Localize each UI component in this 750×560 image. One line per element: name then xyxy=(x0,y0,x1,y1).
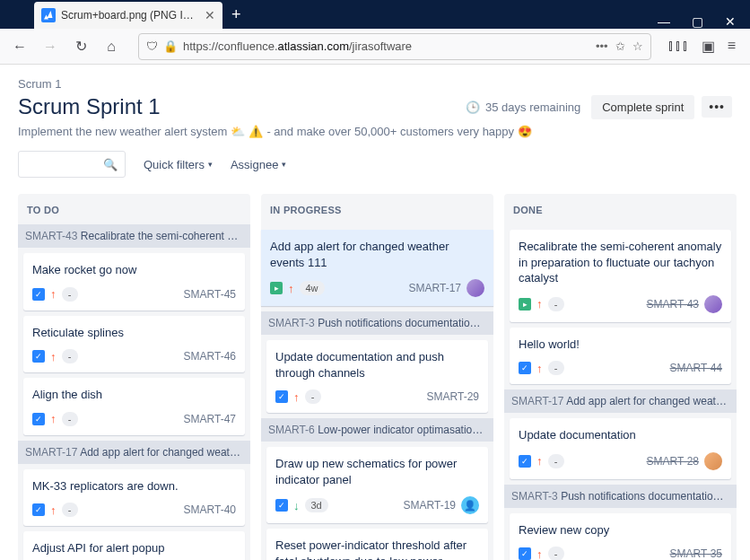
priority-low-icon: ↓ xyxy=(293,499,300,512)
issue-card[interactable]: Make rocket go now ✓↑-SMART-45 xyxy=(23,253,245,311)
browser-tab[interactable]: Scrum+board.png (PNG Image ✕ xyxy=(34,2,222,29)
task-type-icon: ✓ xyxy=(519,547,531,560)
priority-high-icon: ↑ xyxy=(288,282,294,295)
issue-key: SMART-40 xyxy=(184,503,236,516)
issue-key: SMART-19 xyxy=(404,499,456,512)
column-done: DONE Recalibrate the semi-coherent anoma… xyxy=(504,194,737,560)
quick-filters-dropdown[interactable]: Quick filters▾ xyxy=(144,158,213,171)
page-actions-icon[interactable]: ••• xyxy=(596,39,608,53)
complete-sprint-button[interactable]: Complete sprint xyxy=(591,95,694,119)
more-actions-button[interactable]: ••• xyxy=(702,96,732,118)
lock-icon: 🔒 xyxy=(163,39,178,53)
issue-key: SMART-45 xyxy=(184,288,236,301)
issue-card[interactable]: Recalibrate the semi-coherent anomaly in… xyxy=(510,230,731,322)
swimlane-header[interactable]: SMART-6 Low-power indicator optimasation… xyxy=(261,418,493,442)
days-remaining: 🕒35 days remaining xyxy=(466,101,580,114)
card-title: Make rocket go now xyxy=(32,262,236,278)
assignee-dropdown[interactable]: Assignee▾ xyxy=(231,158,286,171)
card-title: Update documentation xyxy=(519,427,722,443)
estimate-badge: - xyxy=(305,389,321,404)
breadcrumb[interactable]: Scrum 1 xyxy=(18,77,732,91)
task-type-icon: ✓ xyxy=(32,413,45,425)
swimlane-header[interactable]: SMART-17 Add app alert for changed weath… xyxy=(18,441,250,464)
priority-high-icon: ↑ xyxy=(536,547,543,560)
atlassian-logo-icon xyxy=(41,8,56,22)
column-header: TO DO xyxy=(18,194,250,224)
estimate-badge: - xyxy=(62,412,78,426)
card-title: Reset power-indicator threshold after fa… xyxy=(275,538,479,560)
maximize-button[interactable]: ▢ xyxy=(692,14,703,29)
column-header: DONE xyxy=(504,194,737,224)
issue-card[interactable]: MK-33 replicators are down. ✓↑-SMART-40 xyxy=(23,469,245,527)
clock-icon: 🕒 xyxy=(466,101,480,114)
task-type-icon: ✓ xyxy=(32,350,45,363)
issue-key: SMART-17 xyxy=(409,282,461,294)
menu-icon[interactable]: ≡ xyxy=(728,38,736,55)
issue-card[interactable]: Hello world! ✓↑-SMART-44 xyxy=(510,328,731,385)
issue-key: SMART-29 xyxy=(427,390,479,403)
browser-toolbar: ← → ↻ ⌂ 🛡 🔒 https://confluence.atlassian… xyxy=(0,29,750,65)
card-title: Hello world! xyxy=(519,337,722,353)
story-type-icon: ▸ xyxy=(270,282,283,294)
card-title: Recalibrate the semi-coherent anomaly in… xyxy=(519,239,722,286)
back-button[interactable]: ← xyxy=(9,36,31,57)
warning-icon: ⚠️ xyxy=(249,125,263,138)
tab-close-icon[interactable]: ✕ xyxy=(205,8,215,22)
url-bar[interactable]: 🛡 🔒 https://confluence.atlassian.com/jir… xyxy=(138,33,651,60)
pocket-icon[interactable]: ☆ xyxy=(632,39,643,53)
issue-key: SMART-47 xyxy=(184,413,236,425)
issue-key: SMART-46 xyxy=(184,350,236,363)
page-content: Scrum 1 Scrum Sprint 1 🕒35 days remainin… xyxy=(0,65,750,560)
card-title: MK-33 replicators are down. xyxy=(32,478,236,494)
estimate-badge: - xyxy=(548,297,564,311)
bookmark-icon[interactable]: ✩ xyxy=(615,39,625,53)
column-in-progress: IN PROGRESS Add app alert for changed we… xyxy=(261,194,493,560)
search-input[interactable]: 🔍 xyxy=(18,151,126,178)
card-title: Reticulate splines xyxy=(32,325,236,341)
issue-card[interactable]: Update documentation and push through ch… xyxy=(266,340,488,413)
task-type-icon: ✓ xyxy=(275,499,288,512)
issue-card[interactable]: Reset power-indicator threshold after fa… xyxy=(266,529,488,560)
forward-button[interactable]: → xyxy=(39,36,61,57)
page-title: Scrum Sprint 1 xyxy=(18,94,466,119)
new-tab-button[interactable]: + xyxy=(222,5,250,24)
issue-key: SMART-43 xyxy=(647,298,699,311)
issue-card[interactable]: Add app alert for changed weather events… xyxy=(261,230,493,306)
close-button[interactable]: ✕ xyxy=(725,14,736,29)
swimlane-header[interactable]: SMART-17 Add app alert for changed weath… xyxy=(504,389,737,413)
issue-card[interactable]: Adjust API for alert popup ✓↑-SMART-39 xyxy=(23,531,245,560)
swimlane-header[interactable]: SMART-3 Push notifications documentation… xyxy=(261,311,493,335)
minimize-button[interactable]: — xyxy=(658,14,670,29)
priority-high-icon: ↑ xyxy=(50,412,57,425)
issue-key: SMART-28 xyxy=(647,455,699,468)
chevron-down-icon: ▾ xyxy=(282,160,286,169)
estimate-badge: - xyxy=(548,547,564,560)
home-button[interactable]: ⌂ xyxy=(100,36,122,57)
browser-titlebar: Scrum+board.png (PNG Image ✕ + — ▢ ✕ xyxy=(0,0,750,29)
priority-high-icon: ↑ xyxy=(536,454,543,468)
reload-button[interactable]: ↻ xyxy=(70,36,92,57)
assignee-avatar xyxy=(704,295,722,313)
card-title: Draw up new schematics for power indicat… xyxy=(275,456,479,487)
task-type-icon: ✓ xyxy=(519,455,531,468)
issue-card[interactable]: Update documentation ✓↑-SMART-28 xyxy=(510,418,731,479)
issue-card[interactable]: Align the dish ✓↑-SMART-47 xyxy=(23,378,245,435)
issue-key: SMART-44 xyxy=(670,362,722,374)
sidebar-icon[interactable]: ▣ xyxy=(702,38,715,55)
swimlane-header[interactable]: SMART-3 Push notifications documentation… xyxy=(504,485,737,508)
issue-card[interactable]: Draw up new schematics for power indicat… xyxy=(266,447,488,523)
library-icon[interactable]: ⫿⫿⫿ xyxy=(667,38,689,55)
heart-eyes-icon: 😍 xyxy=(518,125,532,138)
swimlane-header[interactable]: SMART-43 Recalibrate the semi-coherent a… xyxy=(18,224,250,248)
sun-icon: ⛅ xyxy=(231,125,245,138)
task-type-icon: ✓ xyxy=(519,362,531,374)
estimate-badge: - xyxy=(548,361,564,375)
tab-title: Scrum+board.png (PNG Image xyxy=(61,9,199,22)
issue-card[interactable]: Review new copy ✓↑-SMART-35 xyxy=(510,513,731,560)
assignee-avatar xyxy=(704,452,722,470)
sprint-goal: Implement the new weather alert system ⛅… xyxy=(18,125,732,138)
issue-card[interactable]: Reticulate splines ✓↑-SMART-46 xyxy=(23,316,245,373)
chevron-down-icon: ▾ xyxy=(208,160,213,169)
url-text: https://confluence.atlassian.com/jirasof… xyxy=(183,39,589,53)
priority-high-icon: ↑ xyxy=(293,390,300,404)
